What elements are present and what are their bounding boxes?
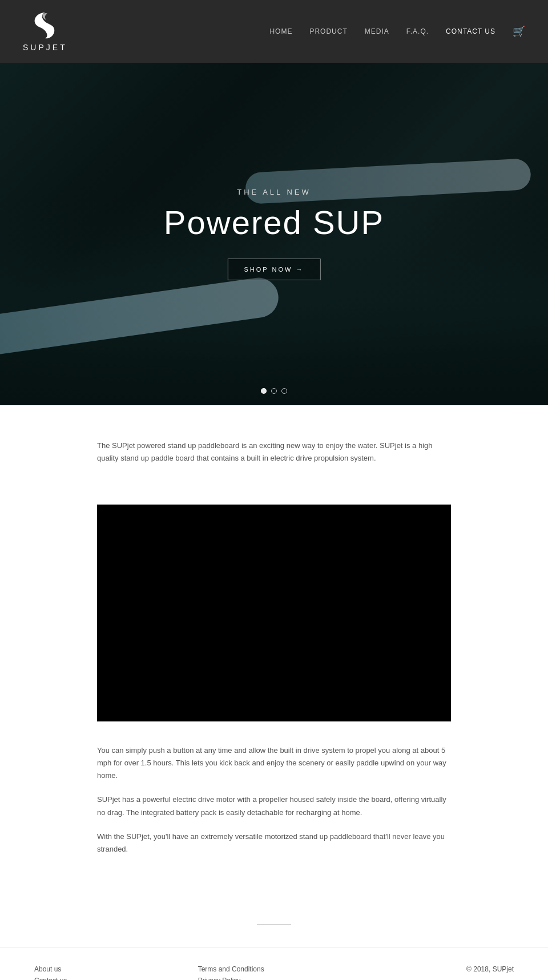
- hero-carousel-dots: [261, 388, 287, 394]
- main-nav: HOME PRODUCT MEDIA F.A.Q. CONTACT US 🛒: [269, 25, 525, 38]
- dot-1[interactable]: [261, 388, 267, 394]
- footer-col-1: About us Contact us Blog Warranty and Re…: [34, 965, 187, 980]
- footer-copyright: © 2018, SUPjet: [361, 965, 514, 973]
- shop-now-button[interactable]: SHOP NOW →: [228, 259, 321, 280]
- footer-privacy[interactable]: Privacy Policy: [198, 977, 350, 980]
- site-footer: About us Contact us Blog Warranty and Re…: [0, 947, 548, 980]
- content-para3: With the SUPjet, you'll have an extremel…: [97, 830, 451, 856]
- nav-contact[interactable]: CONTACT US: [446, 27, 495, 35]
- content-section: You can simply push a button at any time…: [86, 739, 462, 890]
- cart-icon[interactable]: 🛒: [513, 25, 525, 38]
- main-intro: The SUPjet powered stand up paddleboard …: [86, 405, 462, 505]
- footer-terms[interactable]: Terms and Conditions: [198, 965, 350, 973]
- hero-content: THE ALL NEW Powered SUP SHOP NOW →: [164, 188, 384, 280]
- nav-media[interactable]: MEDIA: [365, 27, 389, 35]
- hero-section: THE ALL NEW Powered SUP SHOP NOW →: [0, 63, 548, 405]
- divider-line: [257, 924, 291, 925]
- dot-2[interactable]: [271, 388, 277, 394]
- footer-col-2: Terms and Conditions Privacy Policy Lega…: [198, 965, 350, 980]
- content-para2: SUPjet has a powerful electric drive mot…: [97, 793, 451, 818]
- hero-title: Powered SUP: [164, 203, 384, 241]
- hero-subtitle: THE ALL NEW: [164, 188, 384, 196]
- nav-faq[interactable]: F.A.Q.: [406, 27, 429, 35]
- logo-sup-text: SUP: [23, 43, 46, 52]
- nav-product[interactable]: PRODUCT: [309, 27, 347, 35]
- intro-paragraph: The SUPjet powered stand up paddleboard …: [97, 439, 451, 465]
- footer-grid: About us Contact us Blog Warranty and Re…: [34, 965, 514, 980]
- content-para1: You can simply push a button at any time…: [97, 744, 451, 782]
- dot-3[interactable]: [281, 388, 287, 394]
- site-header: SUPJET HOME PRODUCT MEDIA F.A.Q. CONTACT…: [0, 0, 548, 63]
- footer-about[interactable]: About us: [34, 965, 187, 973]
- logo-jet-text: JET: [46, 43, 67, 52]
- footer-col-3: © 2018, SUPjet Powered by Shopify AMEX D…: [361, 965, 514, 980]
- video-section: [86, 505, 462, 721]
- nav-home[interactable]: HOME: [269, 27, 292, 35]
- video-player[interactable]: [97, 505, 451, 721]
- divider-section: [0, 890, 548, 947]
- footer-contact[interactable]: Contact us: [34, 977, 187, 980]
- logo[interactable]: SUPJET: [23, 10, 67, 54]
